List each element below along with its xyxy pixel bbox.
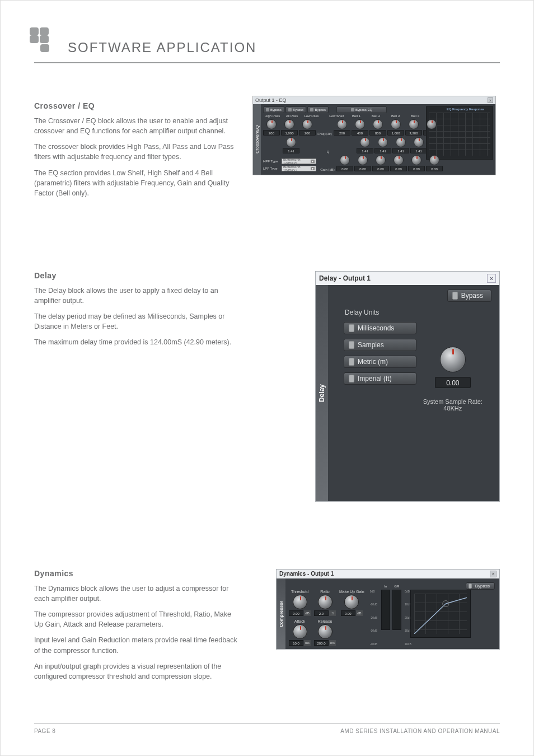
b3-freq-knob[interactable]: [391, 119, 401, 129]
crossover-heading: Crossover / EQ: [34, 101, 241, 110]
b3-gain-knob[interactable]: [394, 155, 404, 165]
crossover-p3: The EQ section provides Low Shelf, High …: [34, 168, 241, 198]
dynamics-p4: An input/output graph provides a visual …: [34, 661, 241, 682]
b2-freq-knob[interactable]: [373, 119, 383, 129]
eq-response-graph: [426, 106, 493, 160]
bypass-lp-button[interactable]: Bypass: [307, 106, 329, 113]
close-icon[interactable]: ×: [488, 97, 493, 103]
b4-q-knob[interactable]: [414, 137, 424, 147]
lp-freq-knob[interactable]: [302, 119, 312, 129]
chevron-down-icon: ▼: [311, 160, 315, 163]
page-header: SOFTWARE APPLICATION: [68, 40, 500, 55]
svg-line-0: [414, 604, 446, 634]
crossover-panel: Output 1 - EQ × Crossover/EQ EQ Frequenc…: [252, 96, 496, 175]
section-delay: Delay The Delay block allows the user to…: [34, 271, 500, 502]
page-footer: PAGE 8 AMD SERIES INSTALLATION AND OPERA…: [34, 723, 500, 734]
bypass-eq-button[interactable]: Bypass EQ: [336, 106, 387, 113]
crossover-p1: The Crossover / EQ block allows the user…: [34, 116, 241, 136]
ls-freq-knob[interactable]: [337, 119, 347, 129]
delay-window-title: Delay - Output 1: [319, 274, 371, 282]
delay-samples-button[interactable]: Samples: [344, 339, 416, 351]
hs-gain-knob[interactable]: [429, 155, 439, 165]
b2-q-knob[interactable]: [378, 137, 388, 147]
delay-units-label: Delay Units: [345, 309, 489, 316]
bypass-hp-button[interactable]: Bypass: [263, 106, 284, 113]
ap-freq-knob[interactable]: [284, 119, 294, 129]
ratio-knob[interactable]: [318, 595, 332, 609]
dynamics-p1: The Dynamics block allows the user to ad…: [34, 584, 241, 604]
header-rule: [34, 62, 500, 63]
chevron-down-icon: ▼: [311, 167, 315, 170]
delay-time-value[interactable]: 0.00: [435, 377, 471, 388]
close-icon[interactable]: ×: [490, 571, 496, 577]
b1-gain-knob[interactable]: [358, 155, 368, 165]
dynamics-p2: The compressor provides adjustment of Th…: [34, 609, 241, 629]
compressor-tab[interactable]: Compressor: [277, 578, 285, 649]
crossover-p2: The crossover block provides High Pass, …: [34, 142, 241, 162]
threshold-knob[interactable]: [293, 595, 307, 609]
hs-freq-knob[interactable]: [427, 119, 437, 129]
delay-p2: The delay period may be defined as Milli…: [34, 311, 241, 332]
hpf-type-select[interactable]: Butterworth 12dB/Oct▼: [282, 158, 316, 164]
gr-meter: GR: [392, 590, 401, 630]
b1-q-knob[interactable]: [360, 137, 370, 147]
b4-freq-knob[interactable]: [409, 119, 419, 129]
ap-q-knob[interactable]: [286, 137, 296, 147]
b3-q-knob[interactable]: [396, 137, 406, 147]
sample-rate-value: 48KHz: [423, 405, 483, 412]
makeup-gain-knob[interactable]: [344, 595, 359, 609]
brand-logo: [30, 27, 50, 52]
b4-gain-knob[interactable]: [411, 155, 421, 165]
delay-p1: The Delay block allows the user to apply…: [34, 286, 241, 306]
b1-freq-knob[interactable]: [355, 119, 365, 129]
delay-ms-button[interactable]: Milliseconds: [344, 322, 416, 334]
ls-gain-knob[interactable]: [340, 155, 350, 165]
dynamics-panel: Dynamics - Output 1 × Compressor Bypass …: [276, 569, 500, 650]
delay-metric-button[interactable]: Metric (m): [344, 356, 416, 368]
delay-heading: Delay: [34, 271, 241, 280]
page-title: SOFTWARE APPLICATION: [68, 40, 500, 55]
dynamics-bypass-button[interactable]: Bypass: [466, 582, 495, 590]
input-meter: In: [381, 590, 390, 630]
b2-gain-knob[interactable]: [376, 155, 386, 165]
delay-imperial-button[interactable]: Imperial (ft): [344, 372, 416, 385]
footer-page: PAGE 8: [34, 728, 55, 734]
compressor-graph: [410, 590, 471, 638]
bypass-ap-button[interactable]: Bypass: [285, 106, 307, 113]
attack-knob[interactable]: [293, 624, 307, 639]
dynamics-heading: Dynamics: [34, 569, 241, 578]
eq-graph-title: EQ Frequency Response: [447, 108, 484, 111]
section-dynamics: Dynamics The Dynamics block allows the u…: [34, 569, 500, 687]
close-icon[interactable]: ×: [487, 274, 496, 283]
crossover-window-title: Output 1 - EQ: [255, 97, 287, 103]
sample-rate-label: System Sample Rate:: [423, 398, 483, 405]
dynamics-p3: Input level and Gain Reduction meters pr…: [34, 635, 241, 655]
delay-p3: The maximum delay time provided is 124.0…: [34, 337, 241, 347]
delay-panel: Delay - Output 1 × Delay Bypass Delay Un…: [315, 271, 500, 502]
dynamics-window-title: Dynamics - Output 1: [279, 571, 334, 577]
hp-freq-knob[interactable]: [266, 119, 277, 129]
release-knob[interactable]: [318, 624, 332, 639]
lpf-type-select[interactable]: Butterworth 12dB/Oct▼: [282, 166, 316, 171]
footer-manual: AMD SERIES INSTALLATION AND OPERATION MA…: [340, 728, 500, 734]
delay-tab[interactable]: Delay: [316, 285, 328, 501]
delay-time-knob[interactable]: [440, 347, 466, 372]
delay-bypass-button[interactable]: Bypass: [447, 290, 491, 302]
section-crossover: Crossover / EQ The Crossover / EQ block …: [34, 101, 500, 204]
crossover-tab[interactable]: Crossover/EQ: [253, 104, 261, 175]
